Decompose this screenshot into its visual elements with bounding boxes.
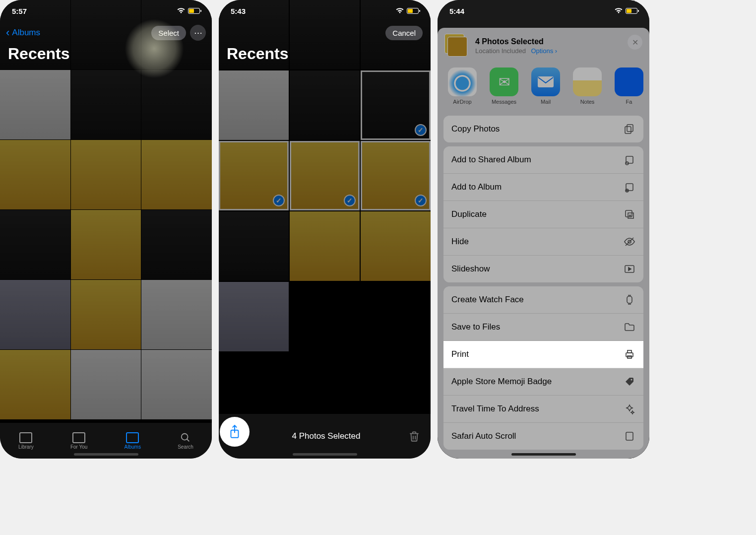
hide-icon [624, 236, 635, 248]
folder-icon [624, 321, 635, 333]
status-time: 5:43 [231, 7, 246, 15]
action-watch-face[interactable]: Create Watch Face [443, 286, 643, 314]
action-list: Copy Photos Add to Shared Album Add to A… [438, 112, 649, 459]
photo-thumb[interactable] [0, 350, 70, 419]
options-button[interactable]: Options › [531, 47, 557, 55]
photo-grid[interactable] [0, 0, 212, 423]
tab-search[interactable]: Search [178, 432, 193, 450]
app-label: AirDrop [453, 99, 471, 105]
status-time: 5:57 [12, 7, 27, 15]
photo-thumb[interactable] [0, 210, 70, 279]
photo-thumb-selected[interactable]: ✓ [290, 141, 360, 210]
messages-icon: ✉︎ [490, 67, 518, 96]
tab-foryou[interactable]: For You [70, 432, 87, 450]
status-bar: 5:44 [438, 0, 649, 22]
select-button[interactable]: Select [151, 26, 186, 40]
photo-thumb[interactable] [0, 140, 70, 209]
action-label: Copy Photos [451, 124, 500, 134]
app-airdrop[interactable]: AirDrop [446, 67, 478, 105]
copy-icon [624, 123, 635, 135]
photo-thumb[interactable] [219, 211, 289, 281]
check-icon: ✓ [415, 124, 427, 136]
photos-album-screen: 5:57 ‹ Albums Select ⋯ Recents [0, 0, 212, 459]
photo-thumb[interactable] [71, 70, 141, 139]
share-icon [228, 424, 241, 439]
sheet-subtitle: Location Included [475, 47, 526, 55]
action-label: Duplicate [451, 209, 487, 219]
photo-thumb[interactable] [219, 70, 289, 140]
close-icon: ✕ [632, 38, 638, 47]
action-travel-time[interactable]: Travel Time To Address [443, 396, 643, 423]
photo-thumb[interactable] [219, 282, 289, 351]
scroll-icon [624, 430, 635, 442]
action-copy-photos[interactable]: Copy Photos [443, 116, 643, 142]
action-add-album[interactable]: Add to Album [443, 174, 643, 201]
status-icons [614, 8, 637, 14]
action-label: Add to Shared Album [451, 155, 531, 165]
photo-thumb[interactable] [290, 282, 360, 351]
photo-thumb[interactable] [71, 140, 141, 209]
action-print[interactable]: Print [443, 341, 643, 368]
selected-count: 4 Photos Selected [292, 431, 361, 441]
page-title: Recents [227, 45, 289, 63]
tag-icon [624, 376, 635, 388]
photo-thumb[interactable] [71, 350, 141, 419]
action-duplicate[interactable]: Duplicate [443, 201, 643, 228]
app-messages[interactable]: ✉︎Messages [488, 67, 520, 105]
more-button[interactable]: ⋯ [190, 25, 206, 41]
photo-thumb[interactable] [290, 211, 360, 281]
app-facebook[interactable]: Fa [613, 67, 645, 105]
action-label: Print [451, 349, 469, 359]
share-button[interactable] [220, 417, 250, 447]
album-icon [624, 181, 635, 193]
action-label: Slideshow [451, 264, 490, 274]
action-label: Add to Album [451, 182, 502, 192]
check-icon: ✓ [415, 195, 427, 206]
photo-thumb[interactable] [141, 70, 212, 139]
action-label: Save to Files [451, 322, 500, 332]
photo-thumb[interactable] [141, 140, 212, 209]
home-indicator[interactable] [293, 453, 357, 456]
status-icons [395, 8, 419, 14]
photo-thumb-selected[interactable]: ✓ [361, 141, 431, 210]
sheet-preview-thumbs [444, 34, 469, 59]
tab-albums[interactable]: Albums [125, 432, 141, 450]
trash-icon[interactable] [408, 429, 421, 443]
home-indicator[interactable] [74, 453, 138, 456]
status-bar: 5:43 [219, 0, 431, 22]
close-button[interactable]: ✕ [628, 35, 642, 50]
photo-thumb[interactable] [71, 280, 141, 349]
duplicate-icon [624, 208, 635, 220]
action-memoji-badge[interactable]: Apple Store Memoji Badge [443, 368, 643, 396]
wifi-icon [177, 8, 186, 14]
tab-label: Library [18, 444, 34, 450]
photo-thumb[interactable] [361, 282, 431, 351]
action-save-files[interactable]: Save to Files [443, 314, 643, 341]
photo-thumb[interactable] [0, 70, 70, 139]
action-add-shared-album[interactable]: Add to Shared Album [443, 146, 643, 174]
action-safari-scroll[interactable]: Safari Auto Scroll [443, 423, 643, 450]
share-app-row[interactable]: AirDrop ✉︎Messages Mail Notes Fa [438, 65, 649, 112]
photo-thumb-selected[interactable]: ✓ [219, 141, 289, 210]
battery-icon [188, 8, 200, 14]
photo-thumb[interactable] [0, 280, 70, 349]
chevron-left-icon: ‹ [6, 26, 9, 39]
photo-thumb[interactable] [361, 211, 431, 281]
cancel-button[interactable]: Cancel [385, 26, 423, 40]
back-button[interactable]: ‹ Albums [6, 26, 40, 39]
action-slideshow[interactable]: Slideshow [443, 256, 643, 282]
home-indicator[interactable] [511, 453, 576, 456]
photo-thumb[interactable] [141, 350, 212, 419]
app-mail[interactable]: Mail [530, 67, 562, 105]
action-label: Hide [451, 237, 469, 247]
tab-library[interactable]: Library [18, 432, 34, 450]
nav-bar: Cancel [219, 22, 431, 44]
photo-thumb-selected[interactable]: ✓ [361, 70, 431, 140]
photo-thumb[interactable] [290, 70, 360, 140]
action-hide[interactable]: Hide [443, 228, 643, 256]
photo-thumb[interactable] [141, 280, 212, 349]
photo-thumb[interactable] [71, 210, 141, 279]
app-notes[interactable]: Notes [571, 67, 603, 105]
photo-thumb[interactable] [141, 210, 212, 279]
sheet-title: 4 Photos Selected [475, 37, 557, 46]
